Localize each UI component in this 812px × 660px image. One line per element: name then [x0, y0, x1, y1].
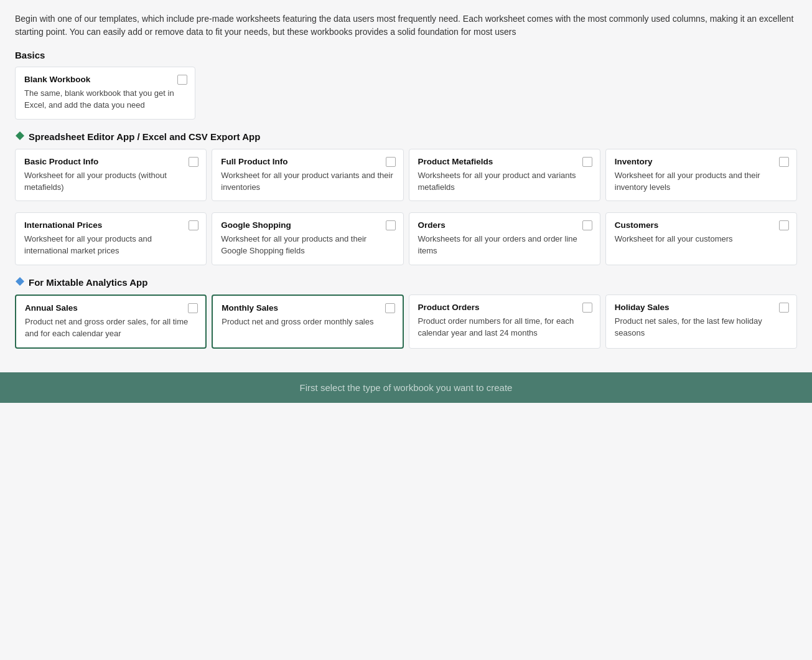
card-monthly-sales-checkbox[interactable]: [385, 303, 395, 313]
blank-workbook-desc: The same, blank workbook that you get in…: [24, 88, 186, 111]
card-google-shopping[interactable]: Google Shopping Worksheet for all your p…: [212, 212, 403, 265]
spreadsheet-row1: Basic Product Info Worksheet for all you…: [15, 149, 797, 202]
card-orders-checkbox[interactable]: [582, 220, 592, 230]
card-inventory-title: Inventory: [615, 157, 788, 166]
blank-workbook-title: Blank Workbook: [24, 75, 186, 84]
card-holiday-sales-checkbox[interactable]: [779, 303, 789, 313]
card-google-shopping-title: Google Shopping: [221, 220, 394, 230]
card-annual-sales-title: Annual Sales: [25, 303, 197, 313]
card-customers-desc: Worksheet for all your customers: [615, 233, 788, 245]
basics-cards-grid: Blank Workbook The same, blank workbook …: [15, 67, 797, 120]
spreadsheet-section-header: Spreadsheet Editor App / Excel and CSV E…: [15, 131, 797, 143]
card-basic-product-info-title: Basic Product Info: [24, 157, 197, 166]
intro-text: Begin with one of our templates, which i…: [15, 12, 797, 39]
card-full-product-info-desc: Worksheet for all your product variants …: [221, 170, 394, 194]
card-inventory-desc: Worksheet for all your products and thei…: [615, 170, 788, 194]
card-holiday-sales-title: Holiday Sales: [615, 303, 788, 312]
spreadsheet-row2: International Prices Worksheet for all y…: [15, 212, 797, 265]
card-international-prices-title: International Prices: [24, 220, 197, 230]
card-customers[interactable]: Customers Worksheet for all your custome…: [605, 212, 797, 265]
card-product-orders-desc: Product order numbers for all time, for …: [418, 316, 591, 339]
svg-marker-0: [16, 131, 24, 140]
card-product-metafields-checkbox[interactable]: [582, 157, 592, 167]
card-google-shopping-desc: Worksheet for all your products and thei…: [221, 233, 394, 257]
analytics-section: For Mixtable Analytics App Annual Sales …: [15, 276, 797, 349]
card-product-orders-title: Product Orders: [418, 303, 591, 312]
card-annual-sales-checkbox[interactable]: [188, 303, 198, 313]
card-basic-product-info[interactable]: Basic Product Info Worksheet for all you…: [15, 149, 207, 202]
blank-workbook-checkbox[interactable]: [177, 75, 187, 85]
card-full-product-info-checkbox[interactable]: [386, 157, 396, 167]
card-product-orders-checkbox[interactable]: [582, 303, 592, 313]
card-orders-title: Orders: [418, 220, 591, 230]
analytics-cards-grid: Annual Sales Product net and gross order…: [15, 295, 797, 349]
bottom-bar-label: First select the type of workbook you wa…: [300, 382, 513, 393]
card-orders-desc: Worksheets for all your orders and order…: [418, 233, 591, 257]
card-basic-product-info-checkbox[interactable]: [189, 157, 198, 167]
card-annual-sales[interactable]: Annual Sales Product net and gross order…: [15, 295, 207, 349]
blank-workbook-card[interactable]: Blank Workbook The same, blank workbook …: [15, 67, 195, 120]
analytics-section-header: For Mixtable Analytics App: [15, 276, 797, 288]
card-monthly-sales[interactable]: Monthly Sales Product net and gross orde…: [212, 295, 403, 349]
analytics-section-title: For Mixtable Analytics App: [29, 277, 147, 288]
card-customers-checkbox[interactable]: [779, 220, 789, 230]
card-holiday-sales-desc: Product net sales, for the last few holi…: [615, 316, 788, 339]
basics-section-title: Basics: [15, 50, 797, 60]
spreadsheet-section-title: Spreadsheet Editor App / Excel and CSV E…: [29, 131, 260, 142]
card-international-prices-desc: Worksheet for all your products and inte…: [24, 233, 197, 257]
card-international-prices-checkbox[interactable]: [189, 220, 198, 230]
card-product-orders[interactable]: Product Orders Product order numbers for…: [409, 295, 600, 349]
analytics-diamond-icon: [15, 276, 25, 288]
card-product-metafields[interactable]: Product Metafields Worksheets for all yo…: [409, 149, 600, 202]
spacer: [15, 360, 797, 372]
card-orders[interactable]: Orders Worksheets for all your orders an…: [409, 212, 600, 265]
spreadsheet-diamond-icon: [15, 131, 25, 143]
card-basic-product-info-desc: Worksheet for all your products (without…: [24, 170, 197, 194]
card-monthly-sales-desc: Product net and gross order monthly sale…: [222, 316, 393, 328]
card-international-prices[interactable]: International Prices Worksheet for all y…: [15, 212, 207, 265]
card-customers-title: Customers: [615, 220, 788, 230]
bottom-bar: First select the type of workbook you wa…: [0, 372, 812, 403]
card-inventory-checkbox[interactable]: [779, 157, 789, 167]
card-full-product-info-title: Full Product Info: [221, 157, 394, 166]
card-product-metafields-desc: Worksheets for all your product and vari…: [418, 170, 591, 194]
card-google-shopping-checkbox[interactable]: [386, 220, 396, 230]
card-full-product-info[interactable]: Full Product Info Worksheet for all your…: [212, 149, 403, 202]
basics-empty-area: [214, 67, 797, 120]
basics-section: Basics Blank Workbook The same, blank wo…: [15, 50, 797, 120]
svg-marker-1: [16, 277, 24, 286]
card-inventory[interactable]: Inventory Worksheet for all your product…: [605, 149, 797, 202]
card-annual-sales-desc: Product net and gross order sales, for a…: [25, 316, 197, 340]
spreadsheet-section: Spreadsheet Editor App / Excel and CSV E…: [15, 131, 797, 265]
card-monthly-sales-title: Monthly Sales: [222, 303, 393, 313]
card-product-metafields-title: Product Metafields: [418, 157, 591, 166]
card-holiday-sales[interactable]: Holiday Sales Product net sales, for the…: [605, 295, 797, 349]
